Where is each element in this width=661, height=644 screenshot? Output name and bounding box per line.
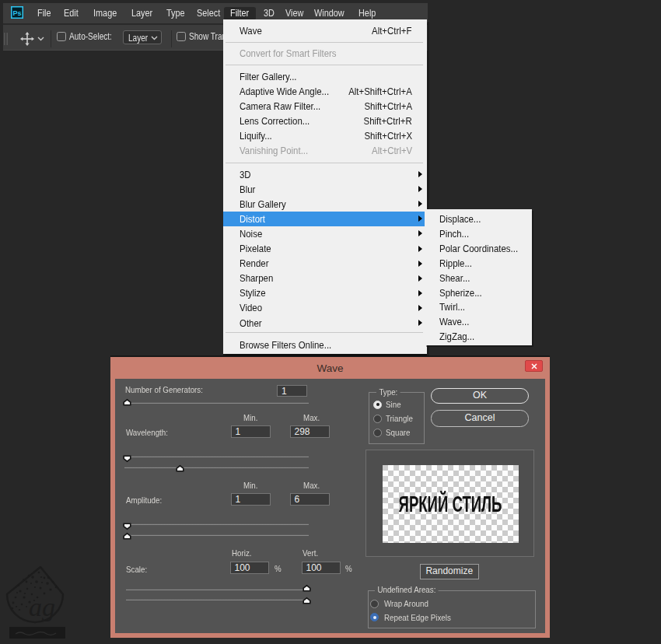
svg-text:Ps: Ps <box>13 9 22 17</box>
svg-text:ag: ag <box>29 593 55 621</box>
